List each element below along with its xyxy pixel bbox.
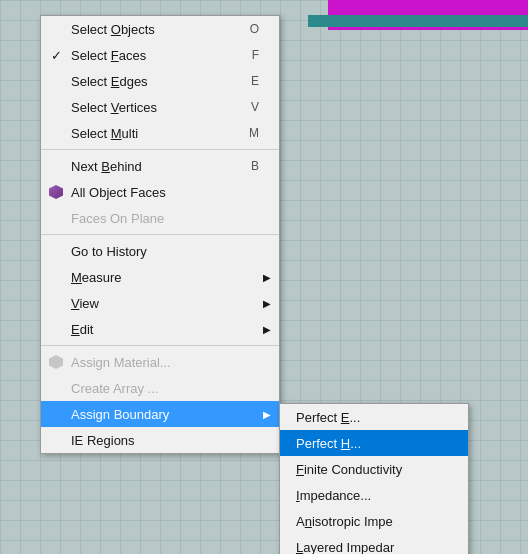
select-edges-shortcut: E	[221, 74, 259, 88]
menu-item-all-object-faces[interactable]: All Object Faces	[41, 179, 279, 205]
separator-2	[41, 234, 279, 235]
menu-item-view[interactable]: View	[41, 290, 279, 316]
select-multi-shortcut: M	[219, 126, 259, 140]
perfect-e-label: Perfect E...	[296, 410, 360, 425]
create-array-label: Create Array ...	[71, 381, 158, 396]
submenu-item-perfect-h[interactable]: Perfect H...	[280, 430, 468, 456]
impedance-label: Impedance...	[296, 488, 371, 503]
submenu-item-impedance[interactable]: Impedance...	[280, 482, 468, 508]
select-vertices-shortcut: V	[221, 100, 259, 114]
next-behind-label: Next Behind	[71, 159, 142, 174]
menu-item-assign-material: Assign Material...	[41, 349, 279, 375]
teal-strip	[308, 15, 528, 27]
menu-item-faces-on-plane: Faces On Plane	[41, 205, 279, 231]
all-object-faces-label: All Object Faces	[71, 185, 166, 200]
select-multi-label: Select Multi	[71, 126, 138, 141]
edit-label: Edit	[71, 322, 93, 337]
anisotropic-impedance-label: Anisotropic Impe	[296, 514, 393, 529]
submenu-item-anisotropic-impedance[interactable]: Anisotropic Impe	[280, 508, 468, 534]
menu-item-select-multi[interactable]: Select Multi M	[41, 120, 279, 146]
perfect-h-label: Perfect H...	[296, 436, 361, 451]
finite-conductivity-label: Finite Conductivity	[296, 462, 402, 477]
layered-impedance-label: Layered Impedar	[296, 540, 394, 555]
assign-material-label: Assign Material...	[71, 355, 171, 370]
next-behind-shortcut: B	[221, 159, 259, 173]
cube-icon	[47, 183, 65, 201]
select-edges-label: Select Edges	[71, 74, 148, 89]
menu-item-select-faces[interactable]: Select Faces F	[41, 42, 279, 68]
go-to-history-label: Go to History	[71, 244, 147, 259]
select-objects-label: Select Objects	[71, 22, 155, 37]
assign-boundary-label: Assign Boundary	[71, 407, 169, 422]
menu-item-edit[interactable]: Edit	[41, 316, 279, 342]
separator-3	[41, 345, 279, 346]
menu-item-create-array: Create Array ...	[41, 375, 279, 401]
select-faces-label: Select Faces	[71, 48, 146, 63]
submenu-item-layered-impedance[interactable]: Layered Impedar	[280, 534, 468, 554]
view-label: View	[71, 296, 99, 311]
faces-on-plane-label: Faces On Plane	[71, 211, 164, 226]
select-objects-shortcut: O	[220, 22, 259, 36]
submenu-item-finite-conductivity[interactable]: Finite Conductivity	[280, 456, 468, 482]
menu-item-measure[interactable]: Measure	[41, 264, 279, 290]
menu-item-select-edges[interactable]: Select Edges E	[41, 68, 279, 94]
select-vertices-label: Select Vertices	[71, 100, 157, 115]
context-menu: Select Objects O Select Faces F Select E…	[40, 15, 280, 454]
menu-item-go-to-history[interactable]: Go to History	[41, 238, 279, 264]
menu-item-select-vertices[interactable]: Select Vertices V	[41, 94, 279, 120]
separator-1	[41, 149, 279, 150]
menu-item-select-objects[interactable]: Select Objects O	[41, 16, 279, 42]
measure-label: Measure	[71, 270, 122, 285]
submenu-item-perfect-e[interactable]: Perfect E...	[280, 404, 468, 430]
ie-regions-label: IE Regions	[71, 433, 135, 448]
menu-item-next-behind[interactable]: Next Behind B	[41, 153, 279, 179]
assign-material-icon	[47, 353, 65, 371]
menu-item-ie-regions[interactable]: IE Regions	[41, 427, 279, 453]
menu-item-assign-boundary[interactable]: Assign Boundary Perfect E... Perfect H..…	[41, 401, 279, 427]
select-faces-shortcut: F	[222, 48, 259, 62]
boundary-submenu: Perfect E... Perfect H... Finite Conduct…	[279, 403, 469, 554]
